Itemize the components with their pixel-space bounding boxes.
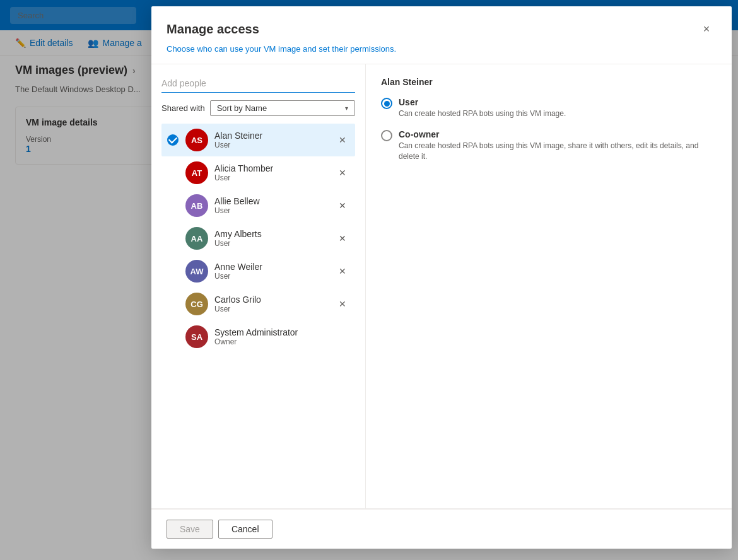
dialog-body: Shared with Sort by Name ▾ ASAlan Steine… xyxy=(151,64,732,508)
person-name: Alicia Thomber xyxy=(214,163,334,173)
avatar: CG xyxy=(185,293,208,315)
person-name: Anne Weiler xyxy=(214,262,334,272)
avatar: AS xyxy=(185,129,208,151)
avatar: AT xyxy=(185,161,208,184)
avatar: AW xyxy=(185,260,208,283)
dialog-subtitle: Choose who can use your VM image and set… xyxy=(151,44,732,64)
sort-label: Sort by Name xyxy=(217,103,267,113)
permission-text: UserCan create hosted RPA bots using thi… xyxy=(399,97,566,119)
person-name: Alan Steiner xyxy=(214,131,334,141)
people-list: ASAlan SteinerUser✕ATAlicia ThomberUser✕… xyxy=(161,124,355,353)
person-name: Carlos Grilo xyxy=(214,295,334,305)
dialog-footer: Save Cancel xyxy=(151,509,732,549)
permission-description: Can create hosted RPA bots using this VM… xyxy=(399,141,717,162)
person-item[interactable]: ASAlan SteinerUser✕ xyxy=(161,124,355,156)
remove-person-button[interactable]: ✕ xyxy=(334,164,351,182)
permission-label: Co-owner xyxy=(399,129,717,139)
radio-inner xyxy=(384,101,390,107)
person-item[interactable]: ABAllie BellewUser✕ xyxy=(161,189,355,222)
left-panel: Shared with Sort by Name ▾ ASAlan Steine… xyxy=(151,64,366,508)
remove-person-button[interactable]: ✕ xyxy=(334,131,351,149)
person-name: System Administrator xyxy=(214,327,351,337)
selected-person-name: Alan Steiner xyxy=(381,77,717,87)
radio-selected-icon[interactable] xyxy=(381,98,392,109)
person-item[interactable]: ATAlicia ThomberUser✕ xyxy=(161,156,355,189)
person-info: Alan SteinerUser xyxy=(214,131,334,149)
avatar: AA xyxy=(185,227,208,250)
permissions-list: UserCan create hosted RPA bots using thi… xyxy=(381,97,717,161)
right-panel: Alan Steiner UserCan create hosted RPA b… xyxy=(366,64,732,508)
person-role: User xyxy=(214,239,334,248)
person-info: Carlos GriloUser xyxy=(214,295,334,313)
dialog-title: Manage access xyxy=(167,22,259,37)
person-item[interactable]: SASystem AdministratorOwner xyxy=(161,320,355,353)
person-role: Owner xyxy=(214,337,351,346)
person-role: User xyxy=(214,206,334,215)
person-item[interactable]: AAAmy AlbertsUser✕ xyxy=(161,222,355,255)
person-item[interactable]: AWAnne WeilerUser✕ xyxy=(161,255,355,288)
person-info: Alicia ThomberUser xyxy=(214,163,334,182)
remove-person-button[interactable]: ✕ xyxy=(334,230,351,247)
shared-with-label: Shared with xyxy=(161,103,205,113)
radio-unselected-icon[interactable] xyxy=(381,130,392,141)
person-role: User xyxy=(214,141,334,149)
add-people-input[interactable] xyxy=(161,74,355,93)
permission-option[interactable]: UserCan create hosted RPA bots using thi… xyxy=(381,97,717,119)
shared-with-row: Shared with Sort by Name ▾ xyxy=(161,100,355,116)
sort-dropdown[interactable]: Sort by Name ▾ xyxy=(210,100,355,116)
person-item[interactable]: CGCarlos GriloUser✕ xyxy=(161,288,355,320)
remove-person-button[interactable]: ✕ xyxy=(334,197,351,214)
check-area xyxy=(165,134,180,146)
avatar: SA xyxy=(185,325,208,348)
dialog-header: Manage access × xyxy=(151,6,732,44)
person-info: Allie BellewUser xyxy=(214,196,334,215)
person-role: User xyxy=(214,272,334,281)
person-name: Amy Alberts xyxy=(214,229,334,239)
save-button: Save xyxy=(167,520,213,539)
permission-text: Co-ownerCan create hosted RPA bots using… xyxy=(399,129,717,162)
person-info: Anne WeilerUser xyxy=(214,262,334,281)
person-role: User xyxy=(214,305,334,313)
person-name: Allie Bellew xyxy=(214,196,334,206)
chevron-down-icon: ▾ xyxy=(345,105,348,112)
person-info: System AdministratorOwner xyxy=(214,327,351,346)
remove-person-button[interactable]: ✕ xyxy=(334,262,351,280)
permission-label: User xyxy=(399,97,566,107)
manage-access-dialog: Manage access × Choose who can use your … xyxy=(151,6,732,549)
check-icon xyxy=(167,134,179,146)
person-info: Amy AlbertsUser xyxy=(214,229,334,248)
cancel-button[interactable]: Cancel xyxy=(218,520,272,539)
close-button[interactable]: × xyxy=(696,19,717,39)
permission-option[interactable]: Co-ownerCan create hosted RPA bots using… xyxy=(381,129,717,162)
permission-description: Can create hosted RPA bots using this VM… xyxy=(399,108,566,119)
person-role: User xyxy=(214,173,334,182)
avatar: AB xyxy=(185,194,208,217)
remove-person-button[interactable]: ✕ xyxy=(334,295,351,313)
